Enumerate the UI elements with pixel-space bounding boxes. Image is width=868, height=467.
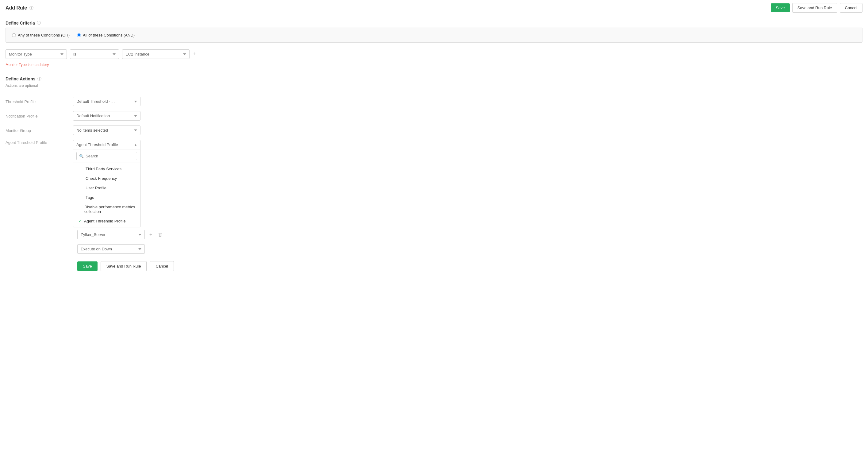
page-header: Add Rule ⓘ Save Save and Run Rule Cancel — [0, 0, 868, 16]
dropdown-item-disable-perf[interactable]: Disable performance metrics collection — [73, 202, 140, 216]
dropdown-item-agent-threshold[interactable]: ✓ Agent Threshold Profile — [73, 216, 140, 226]
radio-or[interactable] — [12, 33, 16, 37]
radio-or-label[interactable]: Any of these Conditions (OR) — [12, 33, 70, 37]
dropdown-item-label-1: Third Party Services — [86, 167, 121, 171]
dropdown-item-check-freq[interactable]: Check Frequency — [73, 174, 140, 183]
zylker-row: Zylker_Server ＋ 🗑 — [0, 230, 868, 242]
dropdown-item-label-2: Check Frequency — [86, 176, 117, 181]
header-info-icon[interactable]: ⓘ — [29, 5, 33, 11]
dropdown-header-text: Agent Threshold Profile — [76, 142, 118, 147]
actions-title: Define Actions — [5, 77, 36, 81]
notification-profile-select-cell: Default Notification — [73, 111, 141, 121]
add-condition-icon[interactable]: + — [193, 51, 196, 57]
page-container: Add Rule ⓘ Save Save and Run Rule Cancel… — [0, 0, 868, 467]
notification-profile-label-cell: Notification Profile — [5, 114, 73, 118]
condition-row: Monitor Type is EC2 Instance + — [0, 46, 868, 63]
actions-subtitle: Actions are optional — [0, 84, 868, 91]
dropdown-arrow-icon: ▲ — [134, 143, 137, 146]
dropdown-items-list: Third Party Services Check Frequency Use… — [73, 163, 140, 227]
agent-threshold-label-cell: Agent Threshold Profile — [5, 140, 73, 145]
search-icon: 🔍 — [79, 154, 84, 158]
add-agent-button[interactable]: ＋ — [147, 230, 154, 239]
monitor-group-label-cell: Monitor Group — [5, 128, 73, 133]
threshold-profile-label-cell: Threshold Profile — [5, 99, 73, 104]
ec2-value-select[interactable]: EC2 Instance — [122, 50, 190, 59]
notification-profile-select[interactable]: Default Notification — [73, 111, 141, 121]
zylker-select[interactable]: Zylker_Server — [77, 230, 145, 239]
dropdown-item-user-profile[interactable]: User Profile — [73, 183, 140, 193]
radio-and-text: All of these Conditions (AND) — [83, 33, 135, 37]
radio-or-text: Any of these Conditions (OR) — [18, 33, 70, 37]
notification-profile-label: Notification Profile — [5, 114, 38, 118]
criteria-info-icon[interactable]: ⓘ — [37, 20, 41, 26]
actions-divider — [0, 91, 868, 91]
criteria-section-header: Define Criteria ⓘ — [0, 16, 868, 28]
header-cancel-button[interactable]: Cancel — [840, 3, 863, 12]
header-save-run-button[interactable]: Save and Run Rule — [792, 3, 837, 12]
dropdown-item-tags[interactable]: Tags — [73, 193, 140, 202]
agent-threshold-row: Agent Threshold Profile Agent Threshold … — [0, 138, 868, 230]
threshold-profile-select-cell: Default Threshold - ... — [73, 97, 141, 106]
delete-agent-button[interactable]: 🗑 — [157, 231, 164, 238]
is-select[interactable]: is — [70, 50, 119, 59]
monitor-type-error: Monitor Type is mandatory — [0, 63, 868, 69]
radio-and[interactable] — [77, 33, 81, 37]
actions-section: Define Actions ⓘ Actions are optional Th… — [0, 69, 868, 276]
radio-and-label[interactable]: All of these Conditions (AND) — [77, 33, 135, 37]
dropdown-open: Agent Threshold Profile ▲ 🔍 Third Party … — [73, 140, 141, 227]
execute-row: Execute on Down — [0, 242, 868, 256]
bottom-save-run-button[interactable]: Save and Run Rule — [101, 261, 147, 271]
bottom-actions: Save Save and Run Rule Cancel — [0, 256, 868, 276]
actions-section-header: Define Actions ⓘ — [0, 72, 868, 84]
header-save-button[interactable]: Save — [771, 3, 790, 12]
search-input[interactable] — [86, 154, 137, 158]
agent-threshold-label: Agent Threshold Profile — [5, 140, 47, 145]
page-title: Add Rule — [5, 5, 27, 11]
threshold-profile-row: Threshold Profile Default Threshold - ..… — [0, 94, 868, 109]
criteria-title: Define Criteria — [5, 21, 35, 26]
notification-profile-row: Notification Profile Default Notificatio… — [0, 109, 868, 123]
monitor-group-select-cell: No items selected — [73, 125, 141, 135]
threshold-profile-select[interactable]: Default Threshold - ... — [73, 97, 141, 106]
search-input-wrap: 🔍 — [76, 152, 137, 160]
monitor-group-row: Monitor Group No items selected — [0, 123, 868, 138]
dropdown-item-label-5: Disable performance metrics collection — [84, 205, 135, 214]
threshold-profile-label: Threshold Profile — [5, 99, 36, 104]
actions-info-icon[interactable]: ⓘ — [37, 76, 41, 82]
dropdown-item-label-6: Agent Threshold Profile — [84, 219, 126, 223]
radio-group: Any of these Conditions (OR) All of thes… — [12, 33, 856, 37]
criteria-block: Any of these Conditions (OR) All of thes… — [5, 28, 863, 42]
monitor-group-select[interactable]: No items selected — [73, 125, 141, 135]
execute-select[interactable]: Execute on Down — [77, 244, 145, 254]
dropdown-item-third-party[interactable]: Third Party Services — [73, 164, 140, 174]
header-actions: Save Save and Run Rule Cancel — [771, 3, 863, 12]
dropdown-item-label-3: User Profile — [86, 186, 106, 190]
monitor-type-select[interactable]: Monitor Type — [5, 50, 67, 59]
dropdown-item-label-4: Tags — [86, 195, 94, 200]
agent-threshold-dropdown: Agent Threshold Profile ▲ 🔍 Third Party … — [73, 140, 141, 227]
header-left: Add Rule ⓘ — [5, 5, 33, 11]
dropdown-header[interactable]: Agent Threshold Profile ▲ — [73, 140, 140, 149]
bottom-save-button[interactable]: Save — [77, 261, 97, 271]
check-mark-icon: ✓ — [78, 219, 82, 223]
dropdown-search: 🔍 — [73, 149, 140, 163]
monitor-group-label: Monitor Group — [5, 128, 31, 133]
bottom-cancel-button[interactable]: Cancel — [150, 261, 174, 271]
